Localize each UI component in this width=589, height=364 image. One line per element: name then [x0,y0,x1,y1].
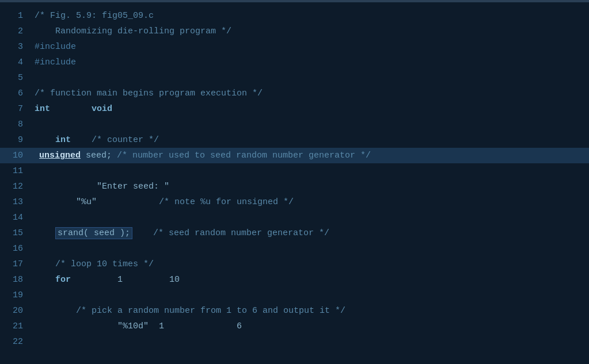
line-num-13: 13 [6,197,23,207]
code-container: 1 /* Fig. 5.9: fig05_09.c 2 Randomizing … [0,2,589,364]
line-num-12: 12 [6,182,23,191]
line-num-6: 6 [6,89,23,98]
code-line-8: 8 [0,117,589,132]
code-line-2: 2 Randomizing die-rolling program */ [0,24,589,39]
code-line-13: 13 "%u" /* note %u for unsigned */ [0,194,589,210]
line-num-9: 9 [6,135,23,145]
code-content-20: /* pick a random number from 1 to 6 and … [35,306,345,316]
code-content-4: #include [35,58,76,67]
code-line-4: 4 #include [0,55,589,70]
line-num-20: 20 [6,306,23,316]
line-num-19: 19 [6,290,23,300]
line-num-7: 7 [6,104,23,114]
line-num-3: 3 [6,42,23,52]
code-line-6: 6 /* function main begins program execut… [0,86,589,101]
code-content-15: srand( seed ); /* seed random number gen… [35,228,329,238]
code-content-13: "%u" /* note %u for unsigned */ [35,197,294,207]
line-num-22: 22 [6,337,23,347]
code-line-18: 18 for 1 10 [0,272,589,288]
code-line-17: 17 /* loop 10 times */ [0,256,589,272]
code-line-7: 7 int void [0,101,589,117]
code-line-11: 11 [0,163,589,179]
code-content-7: int void [35,104,112,114]
line-num-16: 16 [6,244,23,254]
line-num-15: 15 [6,228,23,238]
code-line-10: 10 unsigned seed; /* number used to seed… [0,148,589,163]
code-content-17: /* loop 10 times */ [35,259,154,269]
line-num-10: 10 [6,151,23,160]
line-num-11: 11 [6,166,23,176]
line-num-17: 17 [6,259,23,269]
code-content-3: #include [35,42,76,52]
code-content-1: /* Fig. 5.9: fig05_09.c [35,11,154,21]
line-num-2: 2 [6,26,23,36]
code-content-2: Randomizing die-rolling program */ [35,26,231,36]
code-line-21: 21 "%10d" 1 6 [0,319,589,334]
code-line-15: 15 srand( seed ); /* seed random number … [0,225,589,241]
line-num-18: 18 [6,275,23,285]
code-line-16: 16 [0,241,589,256]
code-line-1: 1 /* Fig. 5.9: fig05_09.c [0,8,589,24]
code-content-18: for 1 10 [35,275,180,285]
code-line-9: 9 int /* counter */ [0,132,589,148]
code-line-3: 3 #include [0,39,589,55]
code-line-19: 19 [0,288,589,303]
code-line-22: 22 [0,334,589,350]
code-content-21: "%10d" 1 6 [35,321,242,331]
line-num-21: 21 [6,321,23,331]
line-num-1: 1 [6,11,23,21]
code-content-10: unsigned seed; /* number used to seed ra… [35,150,583,162]
line-num-14: 14 [6,213,23,223]
code-content-9: int /* counter */ [35,135,159,145]
code-content-6: /* function main begins program executio… [35,89,263,98]
line-num-4: 4 [6,58,23,67]
code-content-12: "Enter seed: " [35,182,169,191]
line-num-5: 5 [6,73,23,83]
code-line-20: 20 /* pick a random number from 1 to 6 a… [0,303,589,319]
line-num-8: 8 [6,120,23,129]
code-line-5: 5 [0,70,589,86]
code-line-12: 12 "Enter seed: " [0,179,589,194]
code-line-14: 14 [0,210,589,225]
